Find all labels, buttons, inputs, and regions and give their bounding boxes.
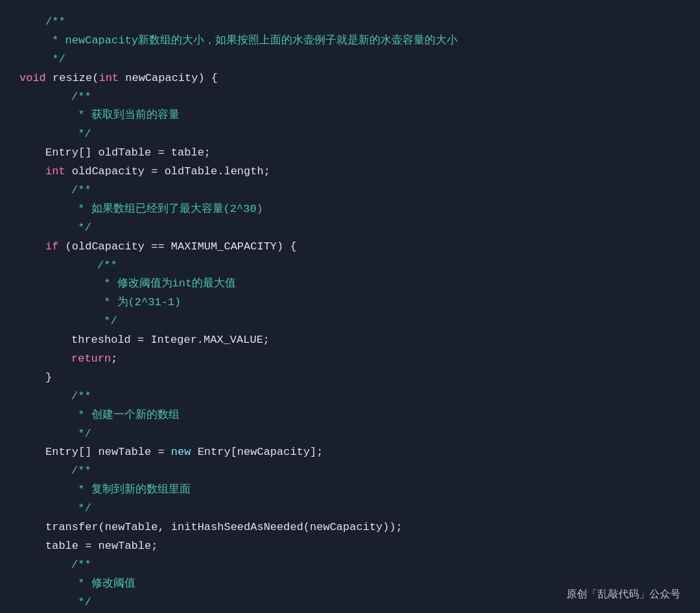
code-line: */	[19, 51, 681, 69]
code-token: */	[71, 219, 91, 238]
code-token: *	[45, 32, 65, 51]
code-token: /**	[45, 13, 65, 32]
code-token: Entry[newCapacity];	[198, 443, 323, 462]
code-token: * 复制到新的数组里面	[71, 481, 191, 500]
code-token: resize(	[52, 69, 99, 88]
code-line: * 如果数组已经到了最大容量(2^30)	[19, 200, 681, 219]
code-line: * newCapacity新数组的大小，如果按照上面的水壶例子就是新的水壶容量的…	[19, 32, 681, 51]
code-token: /**	[71, 462, 91, 481]
code-token: threshold = Integer.MAX_VALUE;	[71, 331, 270, 350]
code-line: */	[19, 312, 681, 331]
code-token: * 修改阈值	[71, 575, 135, 594]
code-token: */	[71, 125, 91, 144]
code-token: int	[99, 69, 125, 88]
code-token: newCapacity	[65, 32, 138, 51]
code-token: }	[45, 369, 52, 387]
code-line: * 修改阈值为int的最大值	[19, 275, 681, 294]
code-token: table = newTable;	[45, 537, 158, 556]
code-line: Entry[] newTable = new Entry[newCapacity…	[19, 443, 681, 462]
code-token: /**	[71, 181, 91, 200]
code-token: * 创建一个新的数组	[71, 406, 180, 425]
code-line: if (oldCapacity == MAXIMUM_CAPACITY) {	[19, 238, 681, 257]
code-token: Entry[] newTable =	[45, 443, 171, 462]
code-token: 新数组的大小，如果按照上面的水壶例子就是新的水壶容量的大小	[138, 32, 458, 51]
code-line: void resize(int newCapacity) {	[19, 69, 681, 88]
code-line: /**	[19, 257, 681, 275]
code-line: * 创建一个新的数组	[19, 406, 681, 425]
code-token: * 修改阈值为int的最大值	[97, 275, 236, 294]
code-token: /**	[71, 88, 91, 107]
code-token: (oldCapacity == MAXIMUM_CAPACITY) {	[65, 238, 297, 257]
code-block: /** * newCapacity新数组的大小，如果按照上面的水壶例子就是新的水…	[0, 13, 700, 613]
code-token: if	[45, 238, 65, 257]
code-token: Entry[] oldTable = table;	[45, 144, 211, 163]
code-token: * 获取到当前的容量	[71, 106, 180, 125]
code-line: return;	[19, 350, 681, 369]
code-token: /**	[71, 387, 91, 406]
code-line: }	[19, 369, 681, 387]
code-line: /**	[19, 387, 681, 406]
code-line: int oldCapacity = oldTable.length;	[19, 163, 681, 181]
code-token: */	[71, 425, 91, 444]
code-line: */	[19, 125, 681, 144]
code-container: /** * newCapacity新数组的大小，如果按照上面的水壶例子就是新的水…	[0, 0, 700, 613]
code-token: */	[97, 312, 117, 331]
code-token: */	[71, 594, 91, 612]
code-line: /**	[19, 13, 681, 32]
code-token: transfer(newTable, initHashSeedAsNeeded(…	[45, 518, 402, 537]
code-line: */	[19, 425, 681, 444]
code-line: * 为(2^31-1)	[19, 294, 681, 312]
code-line: * 复制到新的数组里面	[19, 481, 681, 500]
code-line: /**	[19, 181, 681, 200]
code-line: /**	[19, 88, 681, 107]
code-line: transfer(newTable, initHashSeedAsNeeded(…	[19, 518, 681, 537]
watermark-text: 原创「乱敲代码」公众号	[566, 588, 681, 601]
code-token: /**	[97, 257, 117, 275]
code-line: * 获取到当前的容量	[19, 106, 681, 125]
code-line: Entry[] oldTable = table;	[19, 144, 681, 163]
code-line: threshold = Integer.MAX_VALUE;	[19, 331, 681, 350]
code-token: */	[45, 51, 65, 69]
code-token: void	[19, 69, 52, 88]
code-token: oldCapacity = oldTable.length;	[72, 163, 270, 181]
code-line: /**	[19, 556, 681, 575]
code-line: table = newTable;	[19, 537, 681, 556]
code-line: */	[19, 219, 681, 238]
code-token: * 为(2^31-1)	[97, 294, 181, 312]
code-token: ;	[111, 350, 117, 369]
code-line: /**	[19, 462, 681, 481]
code-line: */	[19, 500, 681, 518]
code-token: * 如果数组已经到了最大容量(2^30)	[71, 200, 263, 219]
code-token: int	[45, 163, 72, 181]
code-token: newCapacity) {	[125, 69, 218, 88]
code-token: */	[71, 500, 91, 518]
code-token: return	[71, 350, 111, 369]
code-token: /**	[71, 556, 91, 575]
code-token: new	[171, 443, 198, 462]
